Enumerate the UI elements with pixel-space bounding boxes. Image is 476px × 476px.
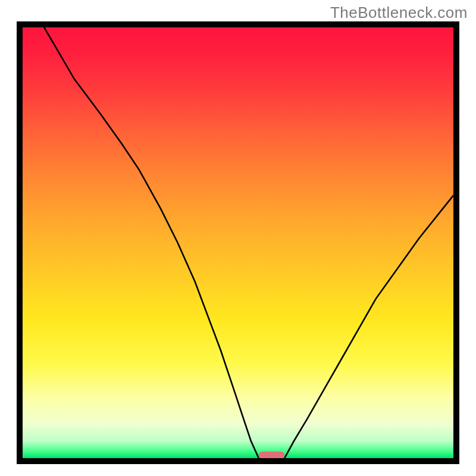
right-curve xyxy=(284,195,453,458)
chart-outer-box xyxy=(17,21,459,464)
watermark-text: TheBottleneck.com xyxy=(330,4,468,22)
plot-area xyxy=(23,27,453,458)
left-curve xyxy=(44,27,259,458)
bottleneck-marker xyxy=(259,452,284,458)
curve-overlay xyxy=(23,27,453,458)
chart-frame: TheBottleneck.com xyxy=(0,0,476,476)
